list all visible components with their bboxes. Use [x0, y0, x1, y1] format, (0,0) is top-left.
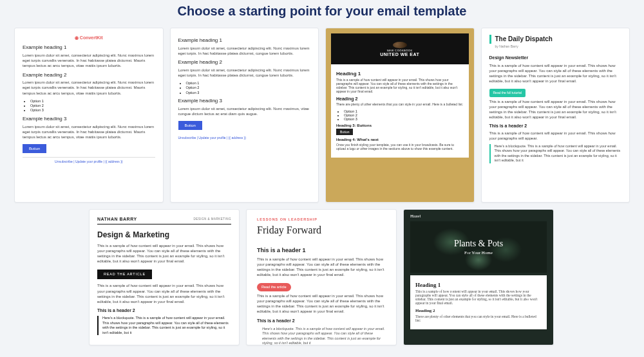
template-preview: NATHAN BARRY DESIGN & MARKETING Design &…: [90, 210, 239, 342]
page-title: Choose a starting point for your email t…: [0, 0, 644, 28]
button: Button: [336, 129, 353, 135]
body-text: Lorem ipsum dolor sit amet, consectetur …: [23, 124, 155, 140]
heading-1: Example heading 1: [178, 37, 311, 44]
heading-1: Heading 1: [336, 71, 464, 77]
body-text: Once you finish styling your template, y…: [336, 143, 464, 151]
heading-3: Example heading 3: [178, 98, 311, 105]
header-2: This is a header 2: [489, 123, 622, 129]
header-bar: NATHAN BARRY DESIGN & MARKETING: [97, 216, 231, 224]
body-text: Lorem ipsum dolor sit amet, consectetur …: [178, 106, 311, 116]
body-text: This is a sample of how content will app…: [336, 78, 464, 93]
hero-title: Plants & Pots: [454, 239, 503, 249]
heading-2: Heading 2: [336, 96, 464, 101]
template-preview: LESSONS ON LEADERSHIP Friday Forward Thi…: [247, 210, 396, 345]
template-row-2: NATHAN BARRY DESIGN & MARKETING Design &…: [0, 209, 644, 345]
list-item: Option 3: [186, 91, 311, 95]
body-text: This is a sample of how content will app…: [489, 99, 622, 120]
template-card-friday-forward[interactable]: LESSONS ON LEADERSHIP Friday Forward Thi…: [246, 209, 397, 345]
heading-4: Heading 4: What's next: [336, 138, 464, 142]
template-row-1: ConvertKit Example heading 1 Lorem ipsum…: [0, 28, 644, 209]
hero-title: UNITED WE EAT: [380, 52, 419, 57]
body-text: There are plenty of other elements that …: [336, 102, 464, 106]
header-1: This is a header 1: [257, 246, 386, 254]
hero: Plants & Pots For Your Home: [410, 221, 547, 273]
hero-image: [393, 42, 407, 48]
tagline: DESIGN & MARKETING: [193, 217, 231, 221]
list-item: Option 1: [186, 81, 311, 86]
template-preview: Example heading 1 Lorem ipsum dolor sit …: [171, 28, 319, 147]
heading-2: Example heading 2: [178, 59, 311, 66]
template-preview: ConvertKit Example heading 1 Lorem ipsum…: [15, 28, 163, 170]
author-name: NATHAN BARRY: [97, 216, 137, 222]
newsletter-title: Friday Forward: [257, 223, 386, 237]
body-text: This is a sample of how content will app…: [257, 293, 386, 314]
header-2: This is a header 2: [257, 318, 386, 324]
list-item: Option 2: [30, 104, 155, 108]
heading-3: Example heading 3: [23, 116, 155, 123]
body-text: Lorem ipsum dolor sit amet, consectetur …: [23, 80, 155, 95]
heading-2: Example heading 2: [23, 72, 155, 79]
body-text: This is a sample of how content will app…: [97, 243, 231, 264]
hero: NEW COOKBOOK UNITED WE EAT: [331, 33, 469, 64]
body-text: Lorem ipsum dolor sit amet, consectetur …: [178, 46, 311, 56]
heading-1: Heading 1: [415, 282, 542, 288]
heading-1: Example heading 1: [23, 44, 155, 51]
option-list: Option 1 Option 2 Option 3: [178, 81, 311, 95]
read-button: Read the article: [257, 283, 291, 291]
body-text: There are plenty of other elements that …: [415, 315, 542, 322]
template-preview: NEW COOKBOOK UNITED WE EAT Heading 1 Thi…: [326, 28, 474, 202]
template-card-plain[interactable]: Example heading 1 Lorem ipsum dolor sit …: [170, 28, 319, 203]
template-card-hazel[interactable]: Hazel Plants & Pots For Your Home Headin…: [403, 209, 554, 345]
option-list: Option 1 Option 2 Option 3: [23, 99, 155, 113]
blockquote: Here's a blockquote. This is a sample of…: [489, 144, 622, 163]
article-title: Design & Marketing: [97, 230, 231, 240]
body-text: This is a sample of how content will app…: [415, 289, 542, 305]
option-list: Option 1 Option 2 Option 3: [336, 109, 464, 121]
header-2: This is a header 2: [97, 307, 231, 313]
blockquote: Here's a blockquote. This is a sample of…: [97, 316, 231, 335]
list-item: Option 3: [344, 117, 464, 121]
convertkit-logo: ConvertKit: [23, 35, 155, 41]
list-item: Option 3: [30, 108, 155, 113]
body-text: Lorem ipsum dolor sit amet, consectetur …: [178, 68, 311, 78]
hero-subtitle: For Your Home: [464, 250, 493, 255]
template-card-convertkit[interactable]: ConvertKit Example heading 1 Lorem ipsum…: [14, 28, 164, 203]
template-preview: The Daily Dispatch by Nathan Barry Desig…: [482, 28, 630, 170]
body-text: This is a sample of how content will app…: [489, 131, 622, 141]
brand: Hazel: [404, 210, 553, 219]
body-text: This is a sample of how content will app…: [489, 63, 622, 84]
heading-2: Heading 2: [415, 308, 542, 313]
body-text: Lorem ipsum dolor sit amet, consectetur …: [23, 53, 155, 68]
byline: by Nathan Barry: [489, 44, 622, 49]
list-item: Option 2: [186, 86, 311, 90]
footer-links: Unsubscribe | Update your profile | {{ a…: [23, 157, 155, 164]
template-preview: Hazel Plants & Pots For Your Home Headin…: [404, 210, 553, 345]
button: Button: [23, 144, 46, 153]
button: Button: [178, 121, 202, 130]
template-card-nathan-barry[interactable]: NATHAN BARRY DESIGN & MARKETING Design &…: [89, 209, 240, 345]
heading-3: Heading 3: Buttons: [336, 124, 464, 127]
footer-links: Unsubscribe | Update your profile | {{ a…: [178, 134, 311, 140]
body-text: This is a sample of how content will app…: [257, 257, 386, 277]
newsletter-title: The Daily Dispatch: [489, 35, 622, 44]
section-title: Design Newsletter: [489, 55, 622, 60]
list-item: Option 1: [30, 99, 155, 104]
template-card-united-we-eat[interactable]: NEW COOKBOOK UNITED WE EAT Heading 1 Thi…: [325, 28, 475, 203]
eyebrow: LESSONS ON LEADERSHIP: [257, 217, 386, 222]
body-text: This is a sample of how content will app…: [97, 283, 231, 304]
template-card-daily-dispatch[interactable]: The Daily Dispatch by Nathan Barry Desig…: [481, 28, 630, 203]
read-button: READ THE ARTICLE: [97, 270, 152, 279]
read-button: Read the full tutorial: [489, 89, 526, 97]
blockquote: Here's a blockquote. This is a sample of…: [257, 327, 386, 345]
